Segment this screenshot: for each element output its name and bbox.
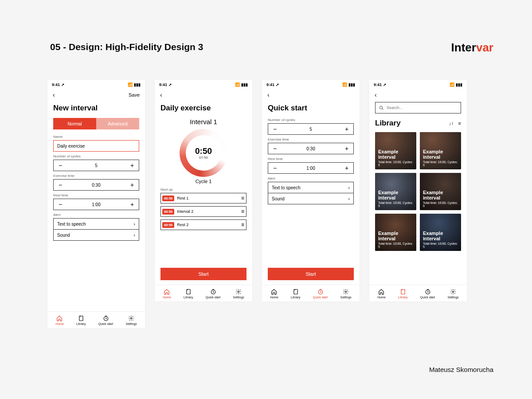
back-button[interactable]: ‹ [267,91,270,98]
svg-rect-0 [79,316,83,321]
plus-button[interactable]: + [125,199,139,210]
name-input[interactable] [53,140,139,152]
tab-advanced[interactable]: Advanced [96,118,139,129]
drag-handle-icon[interactable]: ≡ [241,208,243,215]
rest-stepper: − 1:00 + [53,199,139,210]
rest-stepper: − 1:00 + [268,162,354,174]
mode-segmented-control: Normal Advanced [53,118,139,129]
alert-tts-label: Text to speech [57,222,86,227]
screen-new-interval: 9:41 ➚ 📶 ▮▮▮ ‹ Save New interval Normal … [47,80,145,328]
exercise-stepper: − 0:30 + [53,179,139,191]
library-card[interactable]: Example intervalTotal time: 10:00, Cycle… [420,132,461,169]
alert-label: Alert [268,176,354,180]
drag-handle-icon[interactable]: ≡ [241,195,243,201]
nav-quickstart[interactable]: Quick start [206,289,220,299]
plus-button[interactable]: + [340,124,353,134]
minus-button[interactable]: − [268,163,282,173]
svg-point-9 [379,106,382,109]
queue-item[interactable]: 00:50 Rest 2 ≡ [160,219,246,230]
nav-library[interactable]: Library [184,289,193,299]
alert-sound-row[interactable]: Sound › [53,229,139,241]
alert-label: Alert [53,213,139,217]
rest-value: 1:00 [282,166,340,171]
plus-button[interactable]: + [340,163,353,173]
nav-home[interactable]: Home [163,289,171,299]
status-time: 9:41 ➚ [374,82,387,87]
library-card[interactable]: Example intervalTotal time: 10:00, Cycle… [375,173,416,210]
cycles-label: Number of cycles [268,118,354,122]
bottom-nav: Home Library Quick start Settings [262,285,360,301]
exercise-label: Exercise time [268,137,354,141]
nav-home[interactable]: Home [270,289,278,299]
alert-sound-row[interactable]: Sound › [268,193,354,204]
exercise-value: 0:30 [282,146,340,151]
status-bar: 9:41 ➚ 📶 ▮▮▮ [369,80,467,87]
status-time: 9:41 ➚ [159,82,172,87]
cycles-stepper: − 5 + [268,123,354,135]
minus-button[interactable]: − [54,160,67,171]
library-card[interactable]: Example intervalTotal time: 10:00, Cycle… [375,132,416,169]
brand-part2: var [476,41,493,54]
svg-point-5 [238,291,239,293]
plus-button[interactable]: + [125,160,139,171]
nav-quickstart[interactable]: Quick start [420,289,435,299]
search-field[interactable] [375,102,461,113]
queue-item[interactable]: 00:50 Rest 1 ≡ [160,193,246,203]
queue-item[interactable]: 00:50 Interval 2 ≡ [160,206,246,217]
nav-library[interactable]: Library [398,289,407,299]
nav-library[interactable]: Library [76,315,86,325]
nav-settings[interactable]: Settings [340,289,352,299]
minus-button[interactable]: − [268,124,282,134]
plus-button[interactable]: + [340,143,353,154]
nav-settings[interactable]: Settings [126,315,137,325]
cycle-label: Cycle 1 [160,179,246,184]
list-view-icon[interactable]: ≡ [458,121,461,126]
nav-quickstart[interactable]: Quick start [313,289,328,299]
nav-settings[interactable]: Settings [233,289,244,299]
back-button[interactable]: ‹ [53,91,55,98]
library-card[interactable]: Example intervalTotal time: 10:00, Cycle… [420,214,461,251]
drag-handle-icon[interactable]: ≡ [241,222,243,228]
library-card[interactable]: Example intervalTotal time: 10:00, Cycle… [420,173,461,210]
minus-button[interactable]: − [54,180,67,190]
start-button[interactable]: Start [160,268,246,280]
status-time: 9:41 ➚ [52,82,65,87]
back-button[interactable]: ‹ [160,91,162,98]
plus-button[interactable]: + [125,180,139,190]
status-bar: 9:41 ➚ 📶 ▮▮▮ [47,80,145,87]
minus-button[interactable]: − [268,143,282,154]
status-icons: 📶 ▮▮▮ [450,82,462,87]
nav-quickstart[interactable]: Quick start [98,315,113,325]
nav-home[interactable]: Home [55,315,64,325]
back-button[interactable]: ‹ [375,91,377,98]
sort-icon[interactable]: ↓↑ [449,121,454,126]
alert-sound-label: Sound [57,233,70,238]
slide-title: 05 - Design: High-Fidelity Design 3 [50,42,203,52]
search-input[interactable] [387,106,457,110]
nav-library[interactable]: Library [291,289,300,299]
minus-button[interactable]: − [54,199,67,210]
start-button[interactable]: Start [268,268,354,280]
library-card[interactable]: Example intervalTotal time: 10:00, Cycle… [375,214,416,251]
alert-tts-row[interactable]: Text to speech › [268,182,354,193]
page-title: New interval [53,104,139,113]
timer-ring: 0:50 07:50 [180,129,227,177]
svg-point-2 [130,317,132,319]
cycles-value: 5 [67,163,125,168]
timer-total: 07:50 [195,156,212,160]
alert-tts-row[interactable]: Text to speech › [53,218,139,230]
search-icon [379,106,384,110]
tab-normal[interactable]: Normal [53,118,96,129]
svg-point-8 [345,291,347,293]
nav-home[interactable]: Home [377,289,386,299]
status-icons: 📶 ▮▮▮ [235,82,248,87]
cycles-stepper: − 5 + [53,160,139,171]
rest-label: Rest time [268,157,354,161]
brand-logo: Intervar [451,41,493,55]
bottom-nav: Home Library Quick start Settings [47,311,145,328]
save-button[interactable]: Save [129,92,140,98]
nav-settings[interactable]: Settings [448,289,459,299]
chevron-right-icon: › [348,185,350,190]
exercise-label: Exercise time [53,174,139,178]
exercise-stepper: − 0:30 + [268,143,354,154]
